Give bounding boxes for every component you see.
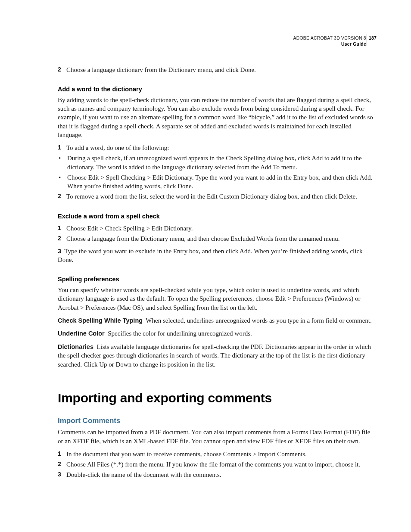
definition-item: Dictionaries Lists available language di… <box>58 342 377 369</box>
intro-paragraph: By adding words to the spell-check dicti… <box>58 96 377 139</box>
step-paragraph: 3 Type the word you want to exclude in t… <box>58 247 377 264</box>
intro-paragraph: You can specify whether words are spell-… <box>58 286 377 312</box>
list-block: 1 In the document that you want to recei… <box>58 450 377 479</box>
step-number: 2 <box>58 192 66 201</box>
bullet-text: Choose Edit > Spell Checking > Edit Dict… <box>67 173 377 191</box>
guide-label: User Guide <box>293 41 367 47</box>
step-text: Type the word you want to exclude in the… <box>58 248 363 264</box>
step-item: 2 Choose a language from the Dictionary … <box>58 234 377 243</box>
step-number: 1 <box>58 143 66 152</box>
step-number: 3 <box>58 470 66 479</box>
page-header: ADOBE ACROBAT 3D VERSION 8 187 User Guid… <box>293 35 377 47</box>
list-block: 1 Choose Edit > Check Spelling > Edit Di… <box>58 224 377 243</box>
step-number: 1 <box>58 450 66 458</box>
step-number: 1 <box>58 224 66 233</box>
bullet-icon: • <box>58 154 67 171</box>
step-text: Choose a language from the Dictionary me… <box>66 234 377 243</box>
step-number: 2 <box>58 460 66 469</box>
step-text: Choose a language dictionary from the Di… <box>66 65 377 74</box>
step-text: To remove a word from the list, select t… <box>66 192 377 201</box>
step-number: 3 <box>58 248 61 255</box>
step-text: To add a word, do one of the following: <box>66 143 377 152</box>
section-heading: Exclude a word from a spell check <box>58 212 377 221</box>
step-item: 2 To remove a word from the list, select… <box>58 192 377 201</box>
step-number: 2 <box>58 65 66 74</box>
bullet-item: • Choose Edit > Spell Checking > Edit Di… <box>58 173 377 191</box>
step-text: In the document that you want to receive… <box>66 450 377 458</box>
step-text: Choose All Files (*.*) from the menu. If… <box>66 460 377 469</box>
page-content: 2 Choose a language dictionary from the … <box>58 65 377 479</box>
intro-paragraph: Comments can be imported from a PDF docu… <box>58 428 377 445</box>
step-item: 1 In the document that you want to recei… <box>58 450 377 458</box>
definition-item: Check Spelling While Typing When selecte… <box>58 316 377 325</box>
term-label: Check Spelling While Typing <box>58 317 143 324</box>
step-item: 2 Choose a language dictionary from the … <box>58 65 377 74</box>
step-number: 2 <box>58 234 66 243</box>
page: ADOBE ACROBAT 3D VERSION 8 187 User Guid… <box>0 0 411 532</box>
chapter-heading: Importing and exporting comments <box>58 389 377 407</box>
section-heading: Add a word to the dictionary <box>58 85 377 94</box>
term-definition: Lists available language dictionaries fo… <box>58 343 371 368</box>
list-block: 1 To add a word, do one of the following… <box>58 143 377 201</box>
step-text: Double-click the name of the document wi… <box>66 470 377 479</box>
page-number: 187 <box>369 35 377 41</box>
step-text: Choose Edit > Check Spelling > Edit Dict… <box>66 224 377 233</box>
term-definition: When selected, underlines unrecognized w… <box>146 317 371 324</box>
step-item: 1 To add a word, do one of the following… <box>58 143 377 152</box>
subsection-heading: Import Comments <box>58 416 377 426</box>
product-name: ADOBE ACROBAT 3D VERSION 8 <box>293 35 366 41</box>
definition-item: Underline Color Specifies the color for … <box>58 329 377 338</box>
step-item: 2 Choose All Files (*.*) from the menu. … <box>58 460 377 469</box>
step-item: 1 Choose Edit > Check Spelling > Edit Di… <box>58 224 377 233</box>
bullet-icon: • <box>58 173 67 191</box>
term-label: Underline Color <box>58 330 105 337</box>
section-heading: Spelling preferences <box>58 275 377 284</box>
term-label: Dictionaries <box>58 343 93 350</box>
step-item: 3 Double-click the name of the document … <box>58 470 377 479</box>
bullet-item: • During a spell check, if an unrecogniz… <box>58 154 377 171</box>
bullet-text: During a spell check, if an unrecognized… <box>67 154 377 171</box>
term-definition: Specifies the color for underlining unre… <box>108 330 252 337</box>
